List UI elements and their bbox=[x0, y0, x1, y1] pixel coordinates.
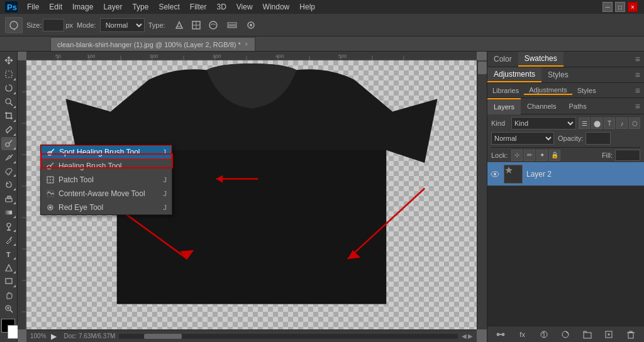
lock-position-icon[interactable]: ✦ bbox=[536, 150, 548, 161]
menu-type[interactable]: Type bbox=[128, 1, 153, 13]
context-menu-item-patch[interactable]: Patch Tool J bbox=[41, 173, 172, 187]
brush-tool-button[interactable] bbox=[5, 17, 23, 33]
swatches-tab[interactable]: Swatches bbox=[518, 52, 564, 67]
horizontal-scroll-track[interactable] bbox=[119, 334, 458, 339]
menu-help[interactable]: Help bbox=[295, 1, 319, 13]
context-menu-item-healing-brush[interactable]: Healing Brush Tool bbox=[41, 159, 172, 173]
svg-text:500: 500 bbox=[338, 53, 347, 59]
blend-mode-select[interactable]: Normal bbox=[491, 132, 554, 145]
history-brush-tool[interactable] bbox=[1, 178, 16, 191]
scroll-right-button[interactable]: ▶ bbox=[468, 333, 473, 339]
link-layers-button[interactable] bbox=[494, 329, 507, 340]
adjustments-tab[interactable]: Adjustments bbox=[487, 67, 541, 82]
scroll-left-button[interactable]: ◀ bbox=[462, 333, 467, 339]
scrollbar-thumb-vertical[interactable] bbox=[478, 62, 487, 74]
libraries-menu-button[interactable]: ≡ bbox=[631, 86, 644, 96]
svg-rect-88 bbox=[584, 333, 591, 338]
diffusion-icon[interactable] bbox=[243, 18, 258, 33]
panel-menu-button[interactable]: ≡ bbox=[631, 52, 644, 67]
context-menu-item-content-aware[interactable]: Content-Aware Move Tool J bbox=[41, 187, 172, 201]
new-adjustment-layer-button[interactable] bbox=[559, 329, 572, 340]
opacity-input[interactable]: 100% bbox=[586, 132, 611, 145]
rectangle-tool[interactable] bbox=[1, 275, 16, 288]
filter-shape-icon[interactable]: ♪ bbox=[616, 118, 628, 129]
fill-input[interactable]: 100% bbox=[615, 150, 640, 161]
opacity-text: Opacity: bbox=[558, 135, 583, 142]
rectangular-marquee-tool[interactable] bbox=[1, 68, 16, 81]
maximize-button[interactable]: □ bbox=[615, 2, 625, 12]
color-tab[interactable]: Color bbox=[487, 52, 518, 66]
new-fill-layer-button[interactable] bbox=[538, 329, 550, 340]
type-icon-create-texture[interactable] bbox=[206, 18, 221, 33]
lock-image-icon[interactable]: ✏ bbox=[524, 150, 535, 161]
menu-layer[interactable]: Layer bbox=[99, 1, 126, 13]
quick-select-tool[interactable] bbox=[1, 96, 16, 109]
filter-pixel-icon[interactable]: ☰ bbox=[579, 118, 590, 129]
svg-text:200: 200 bbox=[150, 53, 158, 59]
minimize-button[interactable]: ─ bbox=[602, 2, 613, 12]
type-icon-proximity[interactable] bbox=[172, 18, 187, 33]
menu-select[interactable]: Select bbox=[154, 1, 184, 13]
adjustments-label2[interactable]: Adjustments bbox=[524, 86, 572, 95]
hand-tool[interactable] bbox=[1, 289, 16, 302]
zoom-tool[interactable] bbox=[1, 302, 16, 316]
scrollbar-thumb-horizontal[interactable] bbox=[144, 334, 182, 339]
delete-layer-button[interactable] bbox=[625, 329, 637, 340]
kind-select[interactable]: Kind bbox=[511, 117, 576, 130]
styles-tab[interactable]: Styles bbox=[541, 68, 575, 82]
brush-size-input[interactable]: 70 bbox=[43, 19, 64, 31]
crop-tool[interactable] bbox=[1, 109, 16, 123]
close-button[interactable]: × bbox=[628, 2, 638, 12]
adjustments-menu-button[interactable]: ≡ bbox=[631, 67, 644, 82]
lock-all-icon[interactable]: 🔒 bbox=[549, 150, 560, 161]
paths-tab[interactable]: Paths bbox=[563, 98, 593, 114]
menu-view[interactable]: View bbox=[232, 1, 257, 13]
context-menu-item-red-eye[interactable]: Red Eye Tool J bbox=[41, 201, 172, 214]
menu-window[interactable]: Window bbox=[258, 1, 294, 13]
move-tool[interactable] bbox=[1, 54, 16, 67]
layer-thumbnail bbox=[504, 165, 523, 184]
filter-type-icon[interactable]: T bbox=[604, 118, 615, 129]
brush-tool[interactable] bbox=[1, 151, 16, 164]
layers-menu-button[interactable]: ≡ bbox=[631, 101, 644, 111]
eyedropper-tool[interactable] bbox=[1, 123, 16, 136]
lasso-tool[interactable] bbox=[1, 82, 16, 95]
layers-tab[interactable]: Layers bbox=[487, 98, 521, 114]
dodge-tool[interactable] bbox=[1, 219, 16, 233]
new-layer-button[interactable] bbox=[602, 329, 615, 340]
context-menu-item-spot-healing[interactable]: Spot Healing Brush Tool J bbox=[41, 145, 172, 159]
mode-select[interactable]: Normal Replace bbox=[100, 18, 145, 32]
styles-label2[interactable]: Styles bbox=[572, 87, 601, 94]
layer-item-layer2[interactable]: Layer 2 bbox=[487, 162, 644, 186]
eraser-tool[interactable] bbox=[1, 192, 16, 205]
svg-rect-10 bbox=[228, 23, 236, 25]
lock-transparent-icon[interactable]: ⊹ bbox=[511, 150, 523, 161]
type-icon-content-aware[interactable] bbox=[189, 18, 204, 33]
menu-filter[interactable]: Filter bbox=[186, 1, 211, 13]
channels-tab[interactable]: Channels bbox=[521, 98, 562, 114]
svg-line-20 bbox=[11, 155, 13, 157]
zoom-menu-button[interactable]: ▶ bbox=[49, 331, 59, 341]
menu-file[interactable]: File bbox=[23, 1, 43, 13]
path-selection-tool[interactable] bbox=[1, 261, 16, 274]
filter-adjustment-icon[interactable]: ⬤ bbox=[591, 118, 602, 129]
tab-close-button[interactable]: × bbox=[245, 41, 248, 48]
color-panel-tabs: Color Swatches ≡ bbox=[487, 52, 644, 67]
menu-3d[interactable]: 3D bbox=[212, 1, 230, 13]
pen-tool[interactable] bbox=[1, 233, 16, 246]
sample-all-layers-icon[interactable] bbox=[225, 18, 240, 33]
document-tab[interactable]: clean-blank-shirt-hanger (1).jpg @ 100% … bbox=[50, 37, 255, 51]
gradient-tool[interactable] bbox=[1, 206, 16, 219]
svg-line-69 bbox=[51, 149, 54, 152]
healing-brush-tool-group[interactable] bbox=[1, 137, 16, 150]
new-group-button[interactable] bbox=[581, 329, 594, 340]
layer-visibility-toggle[interactable] bbox=[490, 169, 500, 179]
menu-edit[interactable]: Edit bbox=[45, 1, 67, 13]
filter-smart-icon[interactable]: ⬡ bbox=[629, 118, 640, 129]
clone-stamp-tool[interactable] bbox=[1, 165, 16, 178]
libraries-label[interactable]: Libraries bbox=[487, 87, 524, 94]
menu-image[interactable]: Image bbox=[68, 1, 97, 13]
vertical-scrollbar[interactable] bbox=[477, 60, 487, 329]
fx-button[interactable]: fx bbox=[516, 329, 529, 340]
text-tool[interactable]: T bbox=[1, 247, 16, 260]
